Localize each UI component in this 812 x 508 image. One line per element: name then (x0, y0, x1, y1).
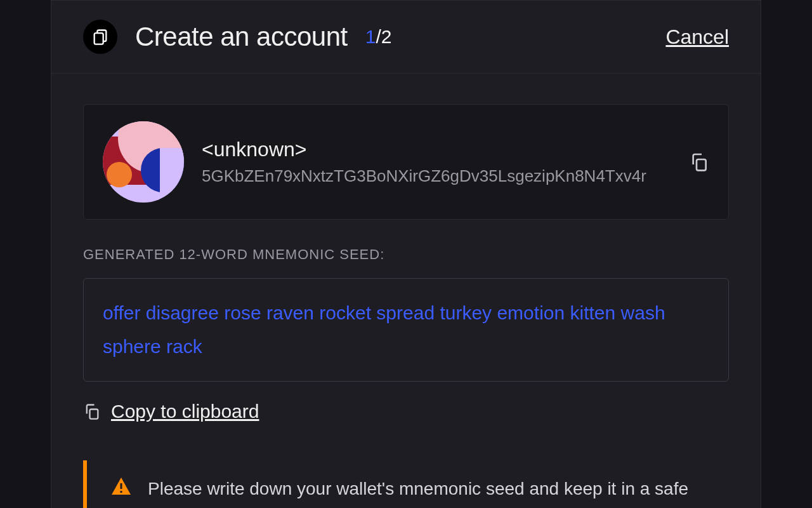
clipboard-circle-icon (83, 20, 117, 54)
copy-seed-label: Copy to clipboard (111, 401, 259, 422)
cancel-link[interactable]: Cancel (665, 25, 729, 49)
copy-icon (689, 152, 709, 172)
create-account-panel: Create an account 1/2 Cancel <unknown> 5… (51, 0, 761, 508)
step-separator: / (376, 26, 381, 47)
warning-icon (110, 476, 133, 498)
avatar (103, 121, 184, 203)
warning-banner: Please write down your wallet's mnemonic… (83, 460, 729, 508)
panel-header: Create an account 1/2 Cancel (51, 0, 761, 74)
mnemonic-seed-box: offer disagree rose raven rocket spread … (83, 278, 729, 382)
account-name: <unknown> (202, 138, 671, 161)
warning-text: Please write down your wallet's mnemonic… (148, 472, 714, 508)
step-current: 1 (365, 26, 376, 47)
step-indicator: 1/2 (365, 26, 392, 48)
panel-content: <unknown> 5GKbZEn79xNxtzTG3BoNXirGZ6gDv3… (51, 74, 761, 508)
copy-address-button[interactable] (689, 152, 709, 172)
page-title: Create an account (135, 22, 348, 52)
step-total: 2 (381, 26, 392, 47)
svg-rect-4 (121, 483, 122, 489)
svg-rect-3 (90, 410, 98, 419)
account-info: <unknown> 5GKbZEn79xNxtzTG3BoNXirGZ6gDv3… (202, 138, 671, 186)
copy-icon (83, 403, 101, 420)
svg-rect-5 (121, 491, 122, 493)
account-card: <unknown> 5GKbZEn79xNxtzTG3BoNXirGZ6gDv3… (83, 104, 729, 220)
svg-rect-2 (697, 159, 706, 170)
seed-label: GENERATED 12-WORD MNEMONIC SEED: (83, 246, 729, 263)
copy-seed-button[interactable]: Copy to clipboard (83, 401, 729, 422)
svg-rect-1 (95, 33, 103, 44)
account-address: 5GKbZEn79xNxtzTG3BoNXirGZ6gDv35LsgezipKn… (202, 166, 671, 186)
